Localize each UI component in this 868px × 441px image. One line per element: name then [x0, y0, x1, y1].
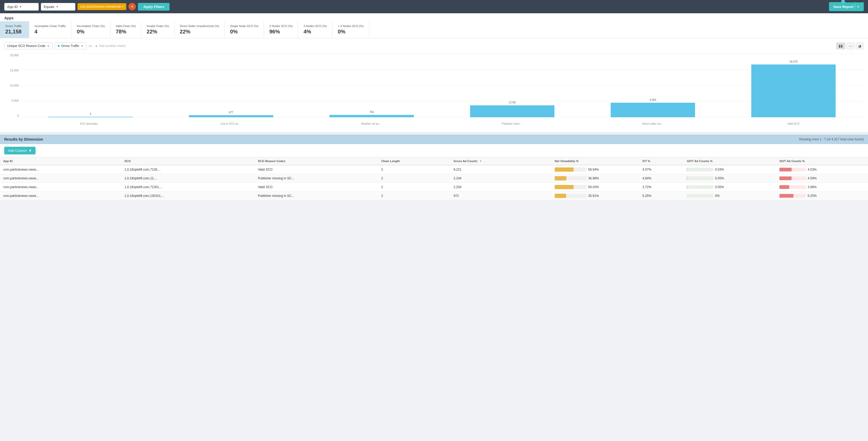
bar-group-5[interactable]: 16,570 Valid SCO — [723, 54, 864, 117]
sivt-val-0: 4.53% — [807, 168, 816, 171]
apps-section: Apps Gross Traffic 21,158Incomplete Chai… — [0, 13, 868, 38]
table-cell-r3-c5: 35.81% — [552, 192, 639, 200]
metric-item-1[interactable]: Incomplete Chain Traffic 4 — [29, 21, 71, 38]
metric-value-9: 0% — [338, 29, 364, 35]
givt-bar-3 — [687, 194, 713, 198]
metric-item-5[interactable]: Direct Seller Unauthorized (%) 22% — [175, 21, 225, 38]
bar-group-0[interactable]: 4 SCO deserializat... — [20, 54, 161, 117]
net-viewability-fill-1 — [555, 176, 566, 180]
col-header-4[interactable]: Gross Ad Counts ▼ — [450, 157, 552, 165]
metric-label-4: Invalid Chain (%) — [147, 24, 169, 28]
metric-value-0: 21,158 — [5, 29, 24, 35]
metric-item-2[interactable]: Incomplete Chain (%) 0% — [71, 21, 111, 38]
metric-item-0[interactable]: Gross Traffic 21,158 — [0, 21, 29, 38]
col-header-8[interactable]: SIVT Ad Counts % — [776, 157, 868, 165]
metric-value-7: 96% — [269, 29, 292, 35]
col-header-6[interactable]: IVT % — [639, 157, 684, 165]
save-report-button[interactable]: Save Report ▼ — [829, 2, 864, 11]
bar-group-3[interactable]: 3,730 Publisher missing i... — [442, 54, 583, 117]
bar-group-4[interactable]: 4,564 Direct seller not ... — [583, 54, 723, 117]
save-report-label: Save Report — [833, 5, 854, 9]
table-cell-r3-c0: com.particlenews.news... — [0, 192, 121, 200]
add-metric-label: Add another metric — [99, 44, 126, 48]
y-label-4: 20,000 — [4, 54, 19, 57]
filter-operator-label: Equals — [44, 5, 54, 9]
table-cell-r3-c6: 5.25% — [639, 192, 684, 200]
col-header-2[interactable]: SCO Reason Codes — [255, 157, 378, 165]
bar-0: 4 — [48, 117, 133, 117]
givt-bar-1 — [687, 176, 713, 180]
metric-item-4[interactable]: Invalid Chain (%) 22% — [142, 21, 175, 38]
sivt-val-2: 3.68% — [807, 185, 816, 189]
givt-val-3: 0% — [715, 194, 719, 198]
table-cell-r1-c6: 4.64% — [639, 174, 684, 183]
net-viewability-bar-0 — [555, 168, 587, 172]
bar-group-1[interactable]: 677 Link in SCO mis... — [161, 54, 301, 117]
filter-operator-dropdown[interactable]: Equals ▼ — [41, 3, 75, 10]
filter-bar: App ID ▼ Equals ▼ com.particlenews.newsb… — [0, 0, 868, 13]
legend-dot — [841, 0, 845, 3]
metric-value-8: 4% — [304, 29, 327, 35]
save-report-arrow: ▼ — [857, 5, 860, 8]
metric-item-6[interactable]: Single Node SCO (%) 0% — [225, 21, 264, 38]
filter-field-dropdown[interactable]: App ID ▼ — [4, 3, 39, 10]
sivt-bar-2 — [779, 185, 806, 189]
sivt-fill-0 — [779, 168, 791, 171]
sivt-fill-3 — [779, 194, 794, 198]
col-header-3[interactable]: Chain Length — [378, 157, 451, 165]
line-chart-button[interactable]: ⸻ — [846, 42, 855, 49]
sivt-fill-2 — [779, 185, 789, 189]
add-column-button[interactable]: Add Column ▼ — [4, 147, 35, 154]
bar-2: 754 — [330, 115, 414, 117]
table-cell-r3-c7: 0% — [684, 192, 776, 200]
table-cell-r3-c2: Publisher missing in SC... — [255, 192, 378, 200]
x-axis-dropdown[interactable]: Unique SCO Reason Code ▼ — [4, 42, 53, 49]
table-cell-r1-c0: com.particlenews.news... — [0, 174, 121, 183]
metric-item-9[interactable]: > 3 Nodes SCO (%) 0% — [332, 21, 369, 38]
sivt-bar-0 — [779, 168, 806, 171]
table-cell-r0-c0: com.particlenews.news... — [0, 165, 121, 174]
table-cell-r3-c4: 972 — [450, 192, 552, 200]
metric-item-7[interactable]: 2 Nodes SCO (%) 96% — [264, 21, 298, 38]
table-cell-r0-c4: 9,221 — [450, 165, 552, 174]
col-header-5[interactable]: Net Viewability % — [552, 157, 639, 165]
givt-fill-1 — [687, 176, 687, 180]
col-header-7[interactable]: GIVT Ad Counts % — [684, 157, 776, 165]
bar-group-2[interactable]: 754 Reseller not autho... — [301, 54, 442, 117]
metric-label-8: 3 Nodes SCO (%) — [304, 24, 327, 28]
y-axis: 05,00010,00015,00020,000 — [4, 54, 19, 117]
givt-bar-2 — [687, 185, 713, 189]
table-cell-r2-c0: com.particlenews.news... — [0, 183, 121, 192]
y-label-0: 0 — [4, 114, 19, 117]
metric-dropdown[interactable]: Gross Traffic ▼ — [55, 42, 87, 49]
metric-value-1: 4 — [34, 29, 66, 35]
bar-chart-button[interactable]: ▮▮ — [836, 42, 845, 49]
table-body: com.particlenews.news...1,0,1ltriplelift… — [0, 165, 868, 200]
metric-label-9: > 3 Nodes SCO (%) — [338, 24, 364, 28]
bar-value-4: 4,564 — [649, 98, 656, 101]
add-filter-button[interactable]: + — [128, 3, 136, 10]
col-header-1[interactable]: SCO — [121, 157, 255, 165]
pie-chart-button[interactable]: ◕ — [856, 42, 864, 49]
chart-legend: Gross Traffic — [841, 0, 863, 3]
bar-label-1: Link in SCO mis... — [220, 122, 242, 125]
table-cell-r0-c5: 58.94% — [552, 165, 639, 174]
table-row: com.particlenews.news...1,0,1ltriplelift… — [0, 165, 868, 174]
col-header-0[interactable]: App ID — [0, 157, 121, 165]
apply-filters-button[interactable]: Apply Filters — [138, 3, 169, 10]
metric-item-3[interactable]: Valid Chain (%) 78% — [111, 21, 142, 38]
table-row: com.particlenews.news...1,0,1ltriplelift… — [0, 174, 868, 183]
givt-bar-0 — [687, 168, 713, 171]
table-cell-r1-c5: 36.98% — [552, 174, 639, 183]
results-section: Results by Dimension Showing rows 1 - 7 … — [0, 135, 868, 200]
table-cell-r0-c7: 0.03% — [684, 165, 776, 174]
filter-tag-value: com.particlenews.newsbreak × — [80, 5, 124, 8]
add-metric-button[interactable]: ▲ Add another metric — [95, 44, 126, 48]
filter-field-arrow: ▼ — [19, 5, 22, 8]
metric-label-0: Gross Traffic — [5, 24, 24, 28]
chart-section: Unique SCO Reason Code ▼ Gross Traffic ▼… — [0, 38, 868, 133]
table-cell-r0-c1: 1,0,1ltriplelift.com,7130,... — [121, 165, 255, 174]
legend-label: Gross Traffic — [846, 0, 863, 3]
metric-item-8[interactable]: 3 Nodes SCO (%) 4% — [298, 21, 332, 38]
bar-label-3: Publisher missing i... — [502, 122, 523, 125]
